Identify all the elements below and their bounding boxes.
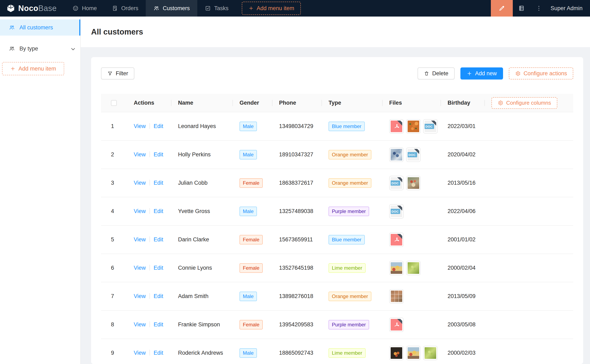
ui-editor-button[interactable] <box>491 0 513 17</box>
select-all-checkbox[interactable] <box>111 100 117 106</box>
doc-file-icon[interactable]: DOC <box>389 176 404 190</box>
row-actions-cell: ViewEdit <box>130 140 171 169</box>
row-index: 6 <box>111 265 114 271</box>
doc-file-icon[interactable]: DOC <box>423 119 438 134</box>
edit-link[interactable]: Edit <box>154 265 163 271</box>
sidebar-item-all-customers[interactable]: All customers <box>0 20 80 36</box>
birthday-cell: 2020/04/02 <box>441 140 485 169</box>
view-link[interactable]: View <box>134 123 146 129</box>
collections-button[interactable] <box>513 0 530 17</box>
edit-link[interactable]: Edit <box>154 321 163 328</box>
row-index: 5 <box>111 236 114 243</box>
gender-cell: Male <box>233 282 272 310</box>
navbar-item-customers[interactable]: Customers <box>146 0 197 17</box>
column-header-label: Type <box>329 100 341 106</box>
view-link[interactable]: View <box>134 236 146 243</box>
sidebar-item-by-type[interactable]: By type <box>0 40 80 57</box>
configure-columns-button[interactable]: Configure columns <box>491 97 557 109</box>
image-thumbnail[interactable] <box>389 148 404 162</box>
tasks-icon <box>205 5 211 11</box>
edit-link[interactable]: Edit <box>154 180 163 186</box>
image-food-plate-thumb <box>408 177 419 189</box>
row-index: 4 <box>111 208 114 214</box>
view-link[interactable]: View <box>134 151 146 158</box>
birthday-value: 2001/01/02 <box>448 236 476 243</box>
phone-number: 13954209583 <box>279 321 313 328</box>
view-link[interactable]: View <box>134 350 146 356</box>
spacer-cell <box>485 225 573 254</box>
view-link[interactable]: View <box>134 321 146 328</box>
configure-actions-button[interactable]: Configure actions <box>509 67 573 79</box>
filter-button[interactable]: Filter <box>101 67 134 79</box>
view-link[interactable]: View <box>134 265 146 271</box>
folded-corner <box>397 234 402 239</box>
member-type-tag: Purple member <box>329 207 369 216</box>
edit-link[interactable]: Edit <box>154 151 163 158</box>
birthday-value: 2020/04/02 <box>448 151 476 158</box>
birthday-cell: 2022/03/01 <box>441 112 485 140</box>
select-all-header-cell <box>101 94 130 112</box>
image-thumbnail[interactable] <box>423 346 438 360</box>
row-actions-cell: ViewEdit <box>130 169 171 197</box>
navbar-item-orders[interactable]: Orders <box>104 0 146 17</box>
row-index: 2 <box>111 151 114 158</box>
doc-file-icon[interactable]: DOC <box>406 148 421 162</box>
nocobase-logo[interactable]: NocoBase <box>0 4 65 13</box>
plus-icon <box>467 71 472 76</box>
user-menu[interactable]: Super Admin <box>548 5 590 12</box>
column-header-name: Name <box>171 94 233 112</box>
phone-number: 13527645198 <box>279 265 313 271</box>
row-index-cell: 9 <box>101 339 130 364</box>
image-thumbnail[interactable] <box>406 261 421 275</box>
view-link[interactable]: View <box>134 208 146 214</box>
spacer-cell <box>485 140 573 169</box>
spacer-cell <box>485 112 573 140</box>
navbar-item-label: Customers <box>163 5 190 12</box>
image-thumbnail[interactable] <box>389 289 404 304</box>
image-thumbnail[interactable] <box>406 119 421 134</box>
file-list <box>389 318 441 332</box>
edit-link[interactable]: Edit <box>154 350 163 356</box>
birthday-cell: 2000/02/03 <box>441 339 485 364</box>
delete-button[interactable]: Delete <box>418 67 455 79</box>
image-thumbnail[interactable] <box>389 346 404 360</box>
navbar-menu: HomeOrdersCustomersTasks <box>65 0 236 17</box>
image-thumbnail[interactable] <box>406 346 421 360</box>
member-type-tag: Orange member <box>329 292 371 301</box>
pdf-file-icon[interactable] <box>389 233 404 247</box>
image-thumbnail[interactable] <box>389 261 404 275</box>
add-new-button[interactable]: Add new <box>460 67 503 79</box>
gender-tag: Male <box>239 292 257 301</box>
file-list <box>389 261 441 275</box>
view-link[interactable]: View <box>134 293 146 299</box>
column-header-label: Gender <box>239 100 259 106</box>
birthday-cell: 2022/04/06 <box>441 197 485 225</box>
navbar-item-home[interactable]: Home <box>65 0 104 17</box>
edit-link[interactable]: Edit <box>154 236 163 243</box>
edit-link[interactable]: Edit <box>154 123 163 129</box>
pdf-file-icon[interactable] <box>389 119 404 134</box>
gender-tag: Female <box>239 178 263 188</box>
more-menu-button[interactable] <box>530 0 548 17</box>
image-green-grapes-thumb <box>424 347 436 359</box>
view-link[interactable]: View <box>134 180 146 186</box>
table-row: 4ViewEditYvette GrossMale13257489038Purp… <box>101 197 573 225</box>
sidebar-menu: All customersBy type <box>0 20 80 57</box>
customer-name: Holly Perkins <box>178 151 211 158</box>
pdf-file-icon[interactable] <box>389 318 404 332</box>
pdf-page <box>391 319 402 331</box>
navbar-item-tasks[interactable]: Tasks <box>197 0 236 17</box>
row-actions-cell: ViewEdit <box>130 254 171 282</box>
birthday-value: 2013/05/09 <box>448 293 476 299</box>
edit-link[interactable]: Edit <box>154 293 163 299</box>
doc-file-icon[interactable]: DOC <box>389 204 404 219</box>
navbar-add-menu-item-button[interactable]: Add menu item <box>242 2 301 15</box>
image-thumbnail[interactable] <box>406 176 421 190</box>
doc-badge: DOC <box>391 209 400 214</box>
phone-number: 18910347327 <box>279 151 313 158</box>
edit-link[interactable]: Edit <box>154 208 163 214</box>
sidebar-add-menu-item-button[interactable]: Add menu item <box>2 62 64 75</box>
table-header: ActionsNameGenderPhoneTypeFilesBirthdayC… <box>101 94 573 112</box>
name-cell: Holly Perkins <box>171 140 233 169</box>
image-orange-food-thumb <box>408 121 419 132</box>
